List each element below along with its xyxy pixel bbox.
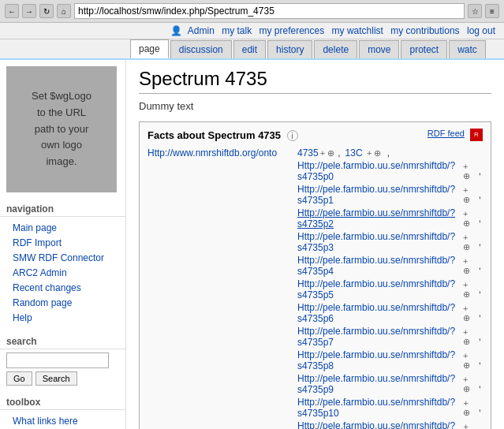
menu-button[interactable]: ≡ <box>485 4 499 18</box>
fact-link-7[interactable]: Http://pele.farmbio.uu.se/nmrshiftdb/?s4… <box>297 326 461 348</box>
rdf-icon[interactable]: R <box>470 129 483 141</box>
fact-link-2[interactable]: Http://pele.farmbio.uu.se/nmrshiftdb/?s4… <box>297 207 461 229</box>
my-contributions-link[interactable]: my contributions <box>390 25 459 36</box>
tab-protect[interactable]: protect <box>401 40 447 58</box>
magnify-icon-1[interactable]: + ⊕ <box>463 185 476 205</box>
back-button[interactable]: ← <box>5 4 19 18</box>
search-buttons: Go Search <box>6 371 119 386</box>
fact-value-line-0: Http://pele.farmbio.uu.se/nmrshiftdb/?s4… <box>297 160 483 182</box>
fact-link-3[interactable]: Http://pele.farmbio.uu.se/nmrshiftdb/?s4… <box>297 231 461 253</box>
fact-value-line-10: Http://pele.farmbio.uu.se/nmrshiftdb/?s4… <box>297 397 483 419</box>
sidebar-item-main-page[interactable]: Main page <box>13 222 57 233</box>
logo-text-line4: own logo <box>41 137 82 154</box>
magnify-icon-5[interactable]: + ⊕ <box>463 280 476 300</box>
search-button[interactable]: Search <box>35 371 77 386</box>
facts-header: Facts about Spectrum 4735 i RDF feed R <box>147 129 483 141</box>
magnify-icon-7[interactable]: + ⊕ <box>463 327 476 347</box>
facts-box: Facts about Spectrum 4735 i RDF feed R H… <box>139 121 491 429</box>
fact-value-line-3: Http://pele.farmbio.uu.se/nmrshiftdb/?s4… <box>297 231 483 253</box>
tab-page[interactable]: page <box>130 39 169 58</box>
fact-link-6[interactable]: Http://pele.farmbio.uu.se/nmrshiftdb/?s4… <box>297 302 461 324</box>
log-out-link[interactable]: log out <box>467 25 495 36</box>
fact-value-line-6: Http://pele.farmbio.uu.se/nmrshiftdb/?s4… <box>297 302 483 324</box>
address-bar[interactable] <box>74 3 465 19</box>
tab-watch[interactable]: watc <box>449 40 486 58</box>
sidebar-item-what-links-here[interactable]: What links here <box>13 416 78 427</box>
sidebar: Set $wgLogo to the URL path to your own … <box>0 60 126 429</box>
fact-link-9[interactable]: Http://pele.farmbio.uu.se/nmrshiftdb/?s4… <box>297 373 461 395</box>
sidebar-item-random-page[interactable]: Random page <box>13 297 72 308</box>
fact-values: 4735 + ⊕ , 13C + ⊕ , Http://pele.farmbio… <box>297 147 483 429</box>
user-bar: 👤 Admin my talk my preferences my watchl… <box>0 23 504 39</box>
logo-text-line2: to the URL <box>37 105 86 121</box>
search-box: Go Search <box>0 349 125 389</box>
fact-value-line-8: Http://pele.farmbio.uu.se/nmrshiftdb/?s4… <box>297 349 483 371</box>
sidebar-item-smw-rdf[interactable]: SMW RDF Connector <box>13 252 104 263</box>
logo-text-line5: image. <box>46 154 77 170</box>
bookmark-button[interactable]: ☆ <box>468 4 482 18</box>
my-watchlist-link[interactable]: my watchlist <box>332 25 383 36</box>
tab-history[interactable]: history <box>267 40 312 58</box>
my-preferences-link[interactable]: my preferences <box>259 25 325 36</box>
sidebar-item-help[interactable]: Help <box>13 312 32 323</box>
navigation-title: navigation <box>0 199 125 217</box>
magnify-icon-10[interactable]: + ⊕ <box>463 398 475 418</box>
tab-bar: page discussion edit history delete move… <box>0 39 504 60</box>
fact-link-0[interactable]: Http://pele.farmbio.uu.se/nmrshiftdb/?s4… <box>297 160 461 182</box>
forward-button[interactable]: → <box>22 4 36 18</box>
main-layout: Set $wgLogo to the URL path to your own … <box>0 60 504 429</box>
admin-link[interactable]: Admin <box>188 25 215 36</box>
fact-value-line-7: Http://pele.farmbio.uu.se/nmrshiftdb/?s4… <box>297 326 483 348</box>
content-area: Spectrum 4735 Dummy text Facts about Spe… <box>126 60 504 429</box>
tab-move[interactable]: move <box>359 40 399 58</box>
fact-value-line-2: Http://pele.farmbio.uu.se/nmrshiftdb/?s4… <box>297 207 483 229</box>
magnify-icon-9[interactable]: + ⊕ <box>463 375 476 394</box>
facts-title: Facts about Spectrum 4735 i <box>147 129 298 141</box>
fact-link-8[interactable]: Http://pele.farmbio.uu.se/nmrshiftdb/?s4… <box>297 349 461 371</box>
fact-top-line: 4735 + ⊕ , 13C + ⊕ , <box>297 147 483 159</box>
magnify-icon-2[interactable]: + ⊕ <box>463 209 476 229</box>
home-button[interactable]: ⌂ <box>57 4 71 18</box>
logo-area: Set $wgLogo to the URL path to your own … <box>6 66 117 192</box>
toolbox-section: toolbox What links here Related changes … <box>0 392 125 429</box>
fact-13c-link[interactable]: 13C <box>345 147 363 159</box>
magnify-icon-6[interactable]: + ⊕ <box>463 304 476 323</box>
fact-link-5[interactable]: Http://pele.farmbio.uu.se/nmrshiftdb/?s4… <box>297 278 461 300</box>
magnify-icon-11[interactable]: + ⊕ <box>463 422 475 430</box>
search-section: search Go Search <box>0 331 125 389</box>
navigation-section: navigation Main page RDF Import SMW RDF … <box>0 199 125 328</box>
tab-discussion[interactable]: discussion <box>170 40 232 58</box>
magnify-icon-13c[interactable]: + ⊕ <box>367 148 381 158</box>
sidebar-item-recent-changes[interactable]: Recent changes <box>13 282 81 293</box>
fact-top-value[interactable]: 4735 <box>297 147 319 159</box>
fact-value-line-5: Http://pele.farmbio.uu.se/nmrshiftdb/?s4… <box>297 278 483 300</box>
search-title: search <box>0 331 125 349</box>
fact-link-1[interactable]: Http://pele.farmbio.uu.se/nmrshiftdb/?s4… <box>297 184 461 206</box>
info-icon[interactable]: i <box>287 130 298 141</box>
user-icon: 👤 <box>170 25 182 36</box>
magnify-icon-3[interactable]: + ⊕ <box>463 233 476 252</box>
page-title: Spectrum 4735 <box>139 68 491 94</box>
tab-delete[interactable]: delete <box>314 40 357 58</box>
sidebar-item-rdf-import[interactable]: RDF Import <box>13 237 62 248</box>
magnify-icon-top[interactable]: + ⊕ <box>320 148 334 159</box>
tab-edit[interactable]: edit <box>233 40 266 58</box>
reload-button[interactable]: ↻ <box>39 4 54 18</box>
fact-value-line-9: Http://pele.farmbio.uu.se/nmrshiftdb/?s4… <box>297 373 483 395</box>
rdf-feed-link[interactable]: RDF feed <box>427 129 465 138</box>
search-input[interactable] <box>6 353 109 368</box>
fact-link-4[interactable]: Http://pele.farmbio.uu.se/nmrshiftdb/?s4… <box>297 255 461 277</box>
fact-value-line-4: Http://pele.farmbio.uu.se/nmrshiftdb/?s4… <box>297 255 483 277</box>
browser-chrome: ← → ↻ ⌂ ☆ ≡ <box>0 0 504 23</box>
sidebar-item-arc2-admin[interactable]: ARC2 Admin <box>13 267 67 278</box>
logo-text-line3: path to your <box>35 121 89 138</box>
go-button[interactable]: Go <box>6 371 32 386</box>
magnify-icon-4[interactable]: + ⊕ <box>463 256 476 276</box>
magnify-icon-0[interactable]: + ⊕ <box>463 162 476 181</box>
my-talk-link[interactable]: my talk <box>222 25 252 36</box>
magnify-icon-8[interactable]: + ⊕ <box>463 351 476 371</box>
fact-link-11[interactable]: Http://pele.farmbio.uu.se/nmrshiftdb/?s4… <box>297 420 461 429</box>
fact-link-10[interactable]: Http://pele.farmbio.uu.se/nmrshiftdb/?s4… <box>297 397 461 419</box>
dummy-text: Dummy text <box>139 100 491 112</box>
fact-property-link[interactable]: Http://www.nmrshiftdb.org/onto <box>147 147 297 159</box>
